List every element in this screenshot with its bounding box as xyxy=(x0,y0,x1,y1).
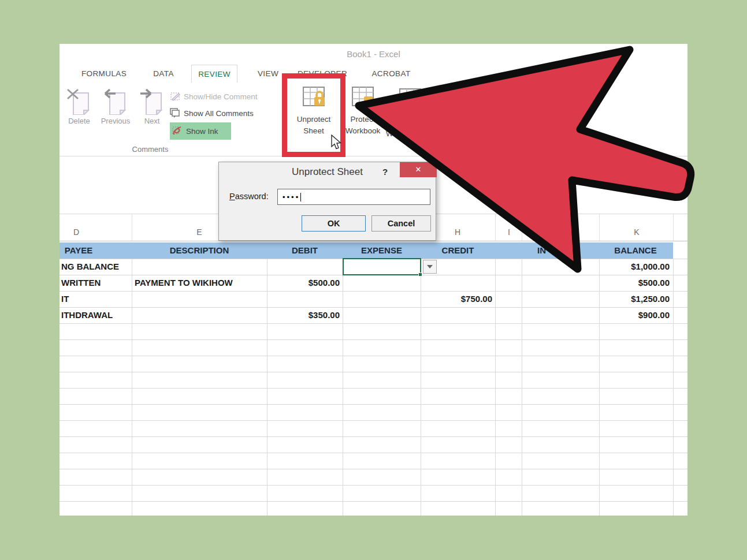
header-description[interactable]: DESCRIPTION xyxy=(132,242,267,259)
next-comment-icon xyxy=(133,86,170,115)
column-header-divider xyxy=(60,241,687,241)
tab-formulas[interactable]: FORMULAS xyxy=(77,65,131,83)
cell-payee[interactable]: IT xyxy=(61,291,69,307)
column-letter-h[interactable]: H xyxy=(448,225,467,240)
cell-payee[interactable]: WRITTEN xyxy=(61,275,101,291)
gridline xyxy=(522,214,522,241)
tab-data[interactable]: DATA xyxy=(144,65,183,83)
cell-debit[interactable]: $500.00 xyxy=(267,275,340,291)
show-ink-icon xyxy=(172,126,183,137)
gridline xyxy=(599,214,600,241)
window-title: Book1 - Excel xyxy=(60,49,687,59)
show-hide-comment-button[interactable]: Show/Hide Comment xyxy=(170,89,258,104)
fill-handle[interactable] xyxy=(418,272,422,277)
protect-workbook-button[interactable]: Protect Workbook xyxy=(340,85,386,137)
ribbon-divider xyxy=(60,156,687,156)
delete-label: Delete xyxy=(61,117,98,125)
grid-horizontal-lines xyxy=(60,259,687,516)
tab-review[interactable]: REVIEW xyxy=(191,65,237,83)
cell-credit[interactable]: $750.00 xyxy=(421,291,492,307)
show-ink-label: Show Ink xyxy=(186,127,218,136)
header-interest[interactable]: IN xyxy=(537,242,546,259)
column-letter-e[interactable]: E xyxy=(189,225,209,240)
share-workbook-icon xyxy=(397,87,423,110)
cell-balance[interactable]: $1,250.00 xyxy=(599,291,670,307)
gridline xyxy=(495,259,496,516)
cancel-button[interactable]: Cancel xyxy=(371,215,431,232)
dropdown-arrow-icon xyxy=(427,265,433,268)
header-credit[interactable]: CREDIT xyxy=(421,242,495,259)
gridline xyxy=(267,259,267,516)
cell-balance[interactable]: $500.00 xyxy=(599,275,670,291)
protect-workbook-icon xyxy=(340,85,386,114)
column-letter-k[interactable]: K xyxy=(627,225,646,240)
gridline xyxy=(673,214,674,241)
password-label-rest: assword: xyxy=(235,192,269,201)
show-all-comments-button[interactable]: Show All Comments xyxy=(170,106,254,121)
gridline xyxy=(343,259,343,516)
data-validation-dropdown-button[interactable] xyxy=(423,260,437,274)
cell-balance[interactable]: $900.00 xyxy=(599,307,670,323)
cell-debit[interactable]: $350.00 xyxy=(267,307,340,323)
password-input[interactable]: •••• xyxy=(277,189,430,205)
previous-comment-button[interactable]: Previous xyxy=(97,86,134,125)
column-letter-d[interactable]: D xyxy=(66,225,86,240)
wikihow-step-image: Book1 - Excel FORMULAS DATA REVIEW VIEW … xyxy=(0,0,747,560)
share-workbook-label-fragment: W xyxy=(386,129,393,138)
cell-payee[interactable]: NG BALANCE xyxy=(61,259,119,275)
cell-payee[interactable]: ITHDRAWAL xyxy=(61,307,113,323)
show-ink-button[interactable]: Show Ink xyxy=(170,122,231,140)
password-masked-value: •••• xyxy=(283,193,300,201)
tab-acrobat[interactable]: ACROBAT xyxy=(367,65,415,83)
protect-workbook-label-2: Workbook xyxy=(345,126,381,135)
show-all-comments-icon xyxy=(170,108,181,119)
show-hide-comment-label: Show/Hide Comment xyxy=(184,92,258,101)
column-letter-i[interactable]: I xyxy=(499,225,519,240)
unprotect-sheet-dialog: Unprotect Sheet ? ✕ Password: •••• OK Ca… xyxy=(218,162,436,241)
gridline xyxy=(495,214,496,241)
header-debit[interactable]: DEBIT xyxy=(267,242,343,259)
gridline xyxy=(522,259,522,516)
next-label: Next xyxy=(133,117,170,125)
mouse-cursor-icon xyxy=(330,135,342,151)
delete-comment-icon xyxy=(61,86,98,115)
comments-group-label: Comments xyxy=(116,145,185,154)
delete-comment-button[interactable]: Delete xyxy=(61,86,98,125)
text-caret xyxy=(300,193,301,201)
previous-label: Previous xyxy=(97,117,134,125)
gridline xyxy=(132,259,132,516)
ok-button[interactable]: OK xyxy=(302,215,366,232)
selected-cell[interactable] xyxy=(343,258,421,275)
protect-workbook-label-1: Protect xyxy=(351,115,376,124)
next-comment-button[interactable]: Next xyxy=(133,86,170,125)
show-hide-comment-icon xyxy=(170,91,181,102)
password-label: Password: xyxy=(229,192,269,201)
gridline xyxy=(132,214,132,241)
close-button[interactable]: ✕ xyxy=(400,162,437,177)
cell-balance[interactable]: $1,000.00 xyxy=(599,259,670,275)
help-button[interactable]: ? xyxy=(382,167,388,177)
previous-comment-icon xyxy=(97,86,134,115)
gridline xyxy=(673,259,674,516)
header-expense[interactable]: EXPENSE xyxy=(343,242,421,259)
header-payee[interactable]: PAYEE xyxy=(60,242,97,259)
cell-description[interactable]: PAYMENT TO WIKIHOW xyxy=(135,275,233,291)
show-all-comments-label: Show All Comments xyxy=(184,109,254,118)
header-balance[interactable]: BALANCE xyxy=(599,242,672,259)
password-label-accel: P xyxy=(229,192,235,201)
